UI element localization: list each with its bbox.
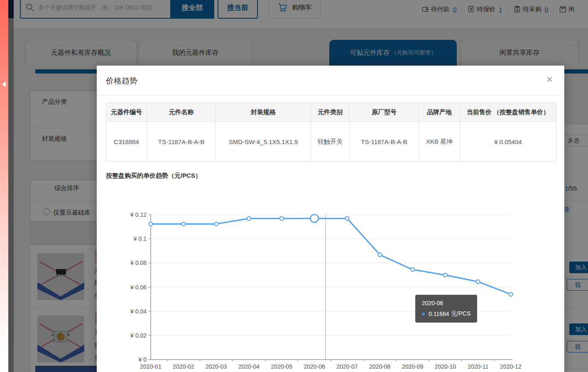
cell-package: SMD-SW-4_5.1X5.1X1.5 bbox=[216, 122, 311, 162]
tooltip-unit: 元/PCS bbox=[451, 310, 471, 318]
table-header-row: 元器件编号 元件名称 封装规格 元件类别 原厂型号 品牌产地 当前售价 （按整盘… bbox=[106, 103, 556, 122]
close-icon[interactable]: × bbox=[546, 74, 553, 85]
carousel-banner[interactable] bbox=[0, 0, 8, 372]
screen: 搜全部 搜当前 购物车 待付款 0 待报价 1 bbox=[0, 0, 588, 372]
svg-text:2020-06: 2020-06 bbox=[304, 363, 325, 370]
svg-text:2020-01: 2020-01 bbox=[140, 363, 162, 370]
svg-text:2020-03: 2020-03 bbox=[206, 363, 227, 370]
svg-text:2020-08: 2020-08 bbox=[369, 363, 391, 370]
svg-text:2020-09: 2020-09 bbox=[402, 363, 424, 370]
col-part-name: 元件名称 bbox=[147, 103, 216, 122]
chart-tooltip: 2020-06 0.11684 元/PCS bbox=[415, 295, 477, 323]
svg-text:¥ 0.02: ¥ 0.02 bbox=[130, 332, 147, 339]
price-trend-chart: ¥ 0¥ 0.02¥ 0.04¥ 0.06¥ 0.08¥ 0.1¥ 0.1220… bbox=[97, 203, 564, 372]
svg-text:2020-10: 2020-10 bbox=[435, 363, 456, 370]
cell-factory-model: TS-1187A-B-A-B bbox=[350, 122, 419, 162]
chart-title: 按整盘购买的单价趋势（元/PCS） bbox=[106, 172, 201, 180]
svg-text:¥ 0.12: ¥ 0.12 bbox=[130, 211, 147, 218]
svg-text:2020-07: 2020-07 bbox=[336, 363, 358, 370]
modal-title: 价格趋势 bbox=[106, 76, 137, 86]
col-category: 元件类别 bbox=[311, 103, 350, 122]
svg-text:2020-11: 2020-11 bbox=[468, 363, 489, 370]
table-row: C318884 TS-1187A-B-A-B SMD-SW-4_5.1X5.1X… bbox=[106, 122, 556, 162]
component-info-table: 元器件编号 元件名称 封装规格 元件类别 原厂型号 品牌产地 当前售价 （按整盘… bbox=[106, 103, 556, 162]
col-part-number: 元器件编号 bbox=[106, 103, 147, 122]
svg-text:2020-12: 2020-12 bbox=[500, 363, 522, 370]
col-current-price: 当前售价 （按整盘销售单价） bbox=[460, 103, 556, 122]
svg-text:2020-05: 2020-05 bbox=[271, 363, 293, 370]
tooltip-value: 0.11684 bbox=[429, 311, 449, 317]
cell-current-price: ¥ 0.05404 bbox=[460, 122, 556, 162]
cell-part-number: C318884 bbox=[106, 122, 147, 162]
col-factory-model: 原厂型号 bbox=[350, 103, 419, 122]
cell-brand-origin: XKB 星坤 bbox=[419, 122, 460, 162]
tooltip-date: 2020-06 bbox=[422, 300, 470, 306]
price-trend-modal: 价格趋势 × 元器件编号 元件名称 封装规格 元件类别 原厂型号 品牌产地 当前… bbox=[97, 66, 564, 372]
svg-text:2020-02: 2020-02 bbox=[173, 363, 194, 370]
cell-category: 轻触开关 bbox=[311, 122, 350, 162]
series-dot-icon bbox=[422, 313, 425, 316]
col-package: 封装规格 bbox=[216, 103, 311, 122]
cell-part-name: TS-1187A-B-A-B bbox=[147, 122, 216, 162]
svg-text:2020-04: 2020-04 bbox=[238, 363, 260, 370]
svg-text:¥ 0.1: ¥ 0.1 bbox=[133, 235, 147, 242]
svg-text:¥ 0.04: ¥ 0.04 bbox=[130, 308, 147, 315]
svg-text:¥ 0.06: ¥ 0.06 bbox=[130, 284, 147, 291]
svg-text:¥ 0: ¥ 0 bbox=[138, 356, 147, 363]
svg-text:¥ 0.08: ¥ 0.08 bbox=[130, 259, 147, 266]
modal-header: 价格趋势 × bbox=[97, 66, 564, 95]
col-brand-origin: 品牌产地 bbox=[419, 103, 460, 122]
carousel-prev-icon[interactable] bbox=[2, 81, 6, 87]
